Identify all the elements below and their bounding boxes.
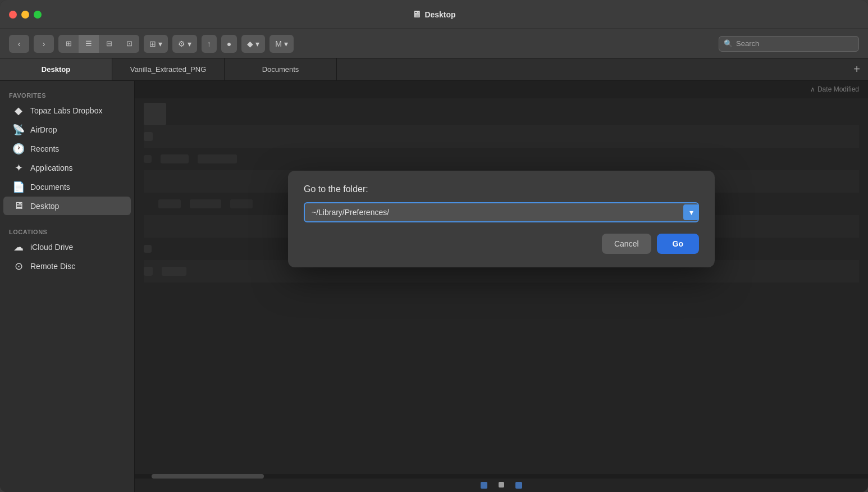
path-dropdown-button[interactable]: ▾ (683, 204, 699, 220)
dropbox-icon: ◆ (12, 104, 25, 117)
tag-button[interactable]: ● (221, 35, 237, 53)
dropbox-button[interactable]: ◆ ▾ (241, 35, 265, 53)
m-button[interactable]: M ▾ (269, 35, 294, 53)
sidebar-item-label: Topaz Labs Dropbox (30, 106, 102, 115)
sidebar-item-recents[interactable]: 🕐 Recents (3, 139, 131, 158)
remote-icon: ⊙ (12, 260, 25, 272)
folder-path-input[interactable] (304, 202, 699, 222)
share-button[interactable]: ↑ (202, 35, 217, 53)
main-content: Favorites ◆ Topaz Labs Dropbox 📡 AirDrop… (0, 81, 868, 492)
close-button[interactable] (9, 11, 17, 19)
sidebar-item-label: Desktop (30, 202, 59, 211)
window-title: 🖥 Desktop (412, 10, 455, 20)
action-button[interactable]: ⚙ ▾ (172, 35, 197, 53)
sidebar-item-label: Applications (30, 163, 73, 172)
sidebar-item-label: AirDrop (30, 125, 57, 134)
documents-icon: 📄 (12, 181, 25, 193)
view-icon-button[interactable]: ⊞ (58, 35, 79, 53)
tab-vanilla[interactable]: Vanilla_Extracted_PNG (112, 58, 225, 80)
go-to-folder-dialog: Go to the folder: ▾ Cancel Go (288, 171, 715, 267)
toolbar: ‹ › ⊞ ☰ ⊟ ⊡ ⊞ ▾ ⚙ ▾ ↑ ● ◆ ▾ M ▾ 🔍 Search (0, 29, 868, 58)
recents-icon: 🕐 (12, 143, 25, 155)
desktop-icon: 🖥 (12, 200, 25, 212)
sidebar-item-label: Documents (30, 183, 70, 192)
locations-header: Locations (0, 224, 134, 238)
sidebar-item-applications[interactable]: ✦ Applications (3, 158, 131, 177)
view-options-button[interactable]: ⊞ ▾ (144, 35, 168, 53)
search-icon: 🔍 (724, 39, 733, 48)
favorites-header: Favorites (0, 88, 134, 101)
cancel-button[interactable]: Cancel (602, 234, 651, 254)
go-button[interactable]: Go (657, 234, 699, 254)
tab-add-button[interactable]: + (846, 58, 868, 80)
sidebar: Favorites ◆ Topaz Labs Dropbox 📡 AirDrop… (0, 81, 135, 492)
view-gallery-button[interactable]: ⊡ (119, 35, 139, 53)
title-icon: 🖥 (412, 10, 421, 20)
sidebar-item-documents[interactable]: 📄 Documents (3, 177, 131, 197)
tabs-bar: Desktop Vanilla_Extracted_PNG Documents … (0, 58, 868, 81)
sidebar-item-topaz[interactable]: ◆ Topaz Labs Dropbox (3, 101, 131, 120)
modal-overlay: Go to the folder: ▾ Cancel Go (135, 81, 868, 492)
airdrop-icon: 📡 (12, 124, 25, 136)
back-button[interactable]: ‹ (9, 35, 29, 53)
view-mode-buttons: ⊞ ☰ ⊟ ⊡ (58, 35, 139, 53)
view-column-button[interactable]: ⊟ (99, 35, 119, 53)
modal-buttons: Cancel Go (304, 234, 699, 254)
sidebar-item-label: iCloud Drive (30, 243, 73, 252)
sidebar-item-remote[interactable]: ⊙ Remote Disc (3, 257, 131, 276)
maximize-button[interactable] (34, 11, 42, 19)
sidebar-item-label: Remote Disc (30, 262, 75, 271)
modal-title: Go to the folder: (304, 184, 699, 194)
icloud-icon: ☁ (12, 241, 25, 253)
sidebar-item-icloud[interactable]: ☁ iCloud Drive (3, 238, 131, 257)
search-box[interactable]: 🔍 Search (719, 36, 859, 52)
view-list-button[interactable]: ☰ (79, 35, 99, 53)
finder-window: 🖥 Desktop ‹ › ⊞ ☰ ⊟ ⊡ ⊞ ▾ ⚙ ▾ ↑ ● ◆ ▾ M … (0, 0, 868, 492)
forward-button[interactable]: › (34, 35, 54, 53)
modal-input-row: ▾ (304, 202, 699, 222)
sidebar-item-label: Recents (30, 144, 59, 153)
sidebar-item-airdrop[interactable]: 📡 AirDrop (3, 120, 131, 139)
minimize-button[interactable] (21, 11, 29, 19)
traffic-lights (9, 11, 42, 19)
file-area: ∧ Date Modified (135, 81, 868, 492)
search-placeholder: Search (736, 39, 759, 48)
title-bar: 🖥 Desktop (0, 0, 868, 29)
title-text: Desktop (424, 10, 455, 19)
tab-desktop[interactable]: Desktop (0, 58, 112, 80)
sidebar-item-desktop[interactable]: 🖥 Desktop (3, 197, 131, 215)
applications-icon: ✦ (12, 162, 25, 174)
tab-documents[interactable]: Documents (225, 58, 337, 80)
